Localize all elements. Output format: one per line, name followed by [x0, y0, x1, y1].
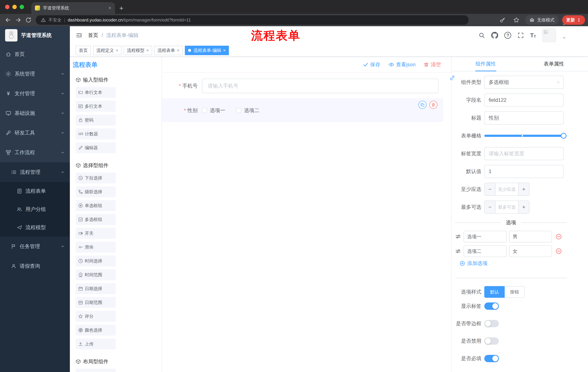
label-width-input[interactable]: [484, 147, 564, 160]
drag-handle-icon[interactable]: [455, 234, 461, 240]
option-label-input[interactable]: [463, 231, 506, 242]
tag-close-icon[interactable]: ×: [177, 48, 179, 53]
sidebar-item-user-groups[interactable]: 用户分组: [0, 200, 70, 218]
phone-input[interactable]: [202, 79, 439, 93]
palette-item-date-range[interactable]: 日期范围: [76, 297, 116, 308]
slider-track[interactable]: [484, 135, 564, 137]
font-size-icon[interactable]: TT: [530, 32, 536, 38]
palette-item-editor[interactable]: 编辑器: [76, 142, 116, 153]
gender-option-1[interactable]: 选项一: [202, 107, 225, 114]
default-value-input[interactable]: [484, 165, 564, 178]
field-gender-selected[interactable]: 性别 选项一 选项二: [162, 98, 443, 122]
sidebar-item-system[interactable]: 系统管理: [0, 64, 70, 84]
add-option-button[interactable]: 添加选项: [452, 260, 588, 267]
minimize-window-button[interactable]: [12, 5, 17, 9]
palette-item-rate[interactable]: 评分: [76, 311, 116, 322]
sidebar-item-leave-query[interactable]: 请假查询: [0, 256, 70, 276]
style-button-button[interactable]: 按钮: [505, 286, 525, 298]
avatar[interactable]: [542, 28, 556, 42]
bookmark-star-icon[interactable]: [511, 15, 521, 25]
fullscreen-icon[interactable]: [517, 32, 524, 39]
gender-option-2[interactable]: 选项二: [236, 107, 259, 114]
option-label-input[interactable]: [463, 245, 506, 257]
decrease-button[interactable]: −: [485, 201, 496, 213]
browser-tab[interactable]: 芋道管理系统 ×: [31, 2, 115, 14]
forward-button[interactable]: [13, 15, 23, 25]
tab-component-props[interactable]: 组件属性: [452, 57, 520, 71]
tag-process-form-edit[interactable]: 流程表单-编辑 ×: [185, 46, 229, 55]
slider-handle[interactable]: [561, 133, 567, 139]
tag-home[interactable]: 首页: [76, 46, 91, 55]
palette-item-row-container[interactable]: 行容器: [76, 369, 116, 372]
sidebar-item-process-mgmt[interactable]: 流程管理: [0, 162, 70, 182]
reload-button[interactable]: [23, 15, 33, 25]
field-name-input[interactable]: [484, 94, 564, 107]
collapse-sidebar-icon[interactable]: [76, 32, 82, 39]
sidebar-logo[interactable]: 芋道管理系统: [0, 26, 70, 44]
breadcrumb-home[interactable]: 首页: [88, 32, 98, 39]
min-select-input[interactable]: [496, 183, 518, 195]
link-icon[interactable]: [448, 74, 457, 82]
delete-field-button[interactable]: [429, 101, 437, 109]
tab-close-icon[interactable]: ×: [108, 5, 111, 11]
palette-item-switch[interactable]: 开关: [76, 228, 116, 239]
increase-button[interactable]: +: [518, 201, 529, 213]
grid-slider[interactable]: [484, 129, 564, 142]
tab-form-props[interactable]: 表单属性: [520, 57, 588, 71]
remove-option-button[interactable]: [556, 234, 562, 240]
increase-button[interactable]: +: [518, 183, 529, 195]
clear-button[interactable]: 清空: [423, 61, 441, 68]
tag-close-icon[interactable]: ×: [223, 48, 226, 53]
address-bar[interactable]: 不安全 | dashboard.yudao.iocoder.cn/bpm/man…: [36, 15, 469, 25]
option-value-input[interactable]: [509, 231, 552, 242]
help-icon[interactable]: ?: [504, 32, 511, 39]
sidebar-item-workflow[interactable]: 工作流程: [0, 143, 70, 162]
password-key-icon[interactable]: [497, 15, 508, 25]
sidebar-item-infra[interactable]: 基础设施: [0, 103, 70, 123]
decrease-button[interactable]: −: [485, 183, 496, 195]
chevron-down-icon[interactable]: [562, 22, 566, 27]
palette-item-date-picker[interactable]: 日期选择: [76, 283, 116, 294]
palette-item-upload[interactable]: 上传: [76, 339, 116, 350]
close-window-button[interactable]: [5, 5, 10, 9]
incognito-badge[interactable]: 无痕模式: [525, 15, 558, 25]
border-switch[interactable]: [484, 320, 499, 327]
palette-item-cascader[interactable]: 级联选择: [76, 186, 116, 197]
sidebar-item-payment[interactable]: ¥ 支付管理: [0, 84, 70, 103]
palette-item-checkbox-group[interactable]: 多选框组: [76, 214, 116, 225]
palette-item-single-line-text[interactable]: 单行文本: [76, 87, 116, 98]
tag-process-definition[interactable]: 流程定义 ×: [93, 46, 122, 55]
field-phone[interactable]: 手机号: [166, 79, 439, 93]
back-button[interactable]: [3, 15, 13, 25]
save-button[interactable]: 保存: [363, 61, 380, 68]
palette-item-password[interactable]: 密码: [76, 115, 116, 126]
sidebar-item-process-model[interactable]: 流程模型: [0, 218, 70, 237]
palette-item-slider[interactable]: 滑块: [76, 242, 116, 253]
github-icon[interactable]: [491, 32, 498, 39]
remove-option-button[interactable]: [556, 248, 562, 254]
copy-field-button[interactable]: [419, 101, 426, 109]
sidebar-item-process-form[interactable]: 流程表单: [0, 182, 70, 200]
tag-close-icon[interactable]: ×: [116, 48, 118, 53]
drag-handle-icon[interactable]: [455, 248, 461, 254]
component-type-select[interactable]: 多选框组: [484, 76, 564, 89]
search-icon[interactable]: [478, 32, 485, 39]
sidebar-item-home[interactable]: 首页: [0, 44, 70, 64]
show-label-switch[interactable]: [484, 302, 499, 310]
chevron-down-icon[interactable]: [562, 36, 566, 40]
required-switch[interactable]: [484, 355, 499, 362]
style-default-button[interactable]: 默认: [484, 286, 505, 298]
disabled-switch[interactable]: [484, 337, 499, 345]
palette-item-color-picker[interactable]: 颜色选择: [76, 325, 116, 336]
maximize-window-button[interactable]: [20, 5, 24, 9]
new-tab-button[interactable]: +: [119, 5, 123, 12]
palette-item-select[interactable]: 下拉选择: [76, 172, 116, 183]
drawing-board[interactable]: 手机号: [162, 73, 451, 372]
tag-process-model[interactable]: 流程模型 ×: [124, 46, 152, 55]
palette-item-time-picker[interactable]: 时间选择: [76, 255, 116, 266]
palette-item-radio-group[interactable]: 单选框组: [76, 200, 116, 211]
palette-item-textarea[interactable]: 多行文本: [76, 101, 116, 112]
sidebar-item-devtools[interactable]: 研发工具: [0, 123, 70, 143]
tag-process-form[interactable]: 流程表单 ×: [154, 46, 183, 55]
palette-item-time-range[interactable]: 时间范围: [76, 269, 116, 280]
